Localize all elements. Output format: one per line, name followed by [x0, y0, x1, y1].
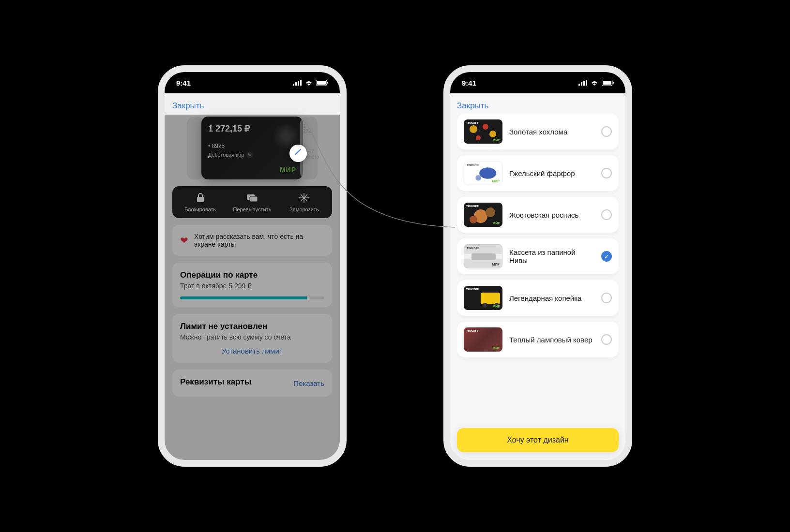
wifi-icon — [590, 79, 599, 87]
wifi-icon — [304, 79, 313, 87]
design-option-cassette[interactable]: TINKOFFМИР Кассета из папиной Нивы ✓ — [457, 238, 619, 274]
freeze-label: Заморозить — [289, 207, 319, 212]
heart-icon: ❤ — [180, 235, 188, 246]
status-icons — [578, 79, 614, 87]
brush-icon — [294, 148, 303, 159]
spend-progress-fill — [180, 296, 307, 299]
operations-section[interactable]: Операции по карте Трат в октябре 5 299 ₽ — [172, 263, 332, 307]
radio-selected-icon[interactable]: ✓ — [601, 251, 612, 262]
card-carousel[interactable]: 1 272,15 ₽ • 8925 Дебетовая кар ✎ МИР 1 … — [172, 117, 332, 179]
svg-rect-16 — [613, 82, 614, 84]
spend-progress — [180, 296, 324, 299]
close-button[interactable]: Закрыть — [172, 98, 204, 114]
status-time: 9:41 — [462, 79, 476, 87]
svg-rect-10 — [578, 84, 580, 86]
radio-unselected-icon[interactable] — [601, 334, 612, 345]
svg-rect-6 — [327, 82, 328, 84]
design-label: Легендарная копейка — [509, 294, 594, 302]
svg-rect-0 — [293, 84, 294, 86]
reissue-button[interactable]: Перевыпустить — [226, 193, 278, 212]
set-limit-button[interactable]: Установить лимит — [180, 347, 324, 355]
operations-title: Операции по карте — [180, 270, 324, 280]
card-type-label: Дебетовая кар — [208, 152, 244, 158]
card-details-row: Реквизиты карты Показать — [172, 369, 332, 397]
limit-title: Лимит не установлен — [180, 322, 324, 331]
svg-rect-1 — [295, 82, 297, 86]
hint-card[interactable]: ❤ Хотим рассказать вам, что есть на экра… — [172, 225, 332, 256]
show-details-button[interactable]: Показать — [293, 379, 324, 387]
card-type: Дебетовая кар ✎ — [208, 151, 296, 158]
radio-unselected-icon[interactable] — [601, 168, 612, 178]
design-option-kopeyka[interactable]: TINKOFFМИР Легендарная копейка — [457, 280, 619, 316]
design-thumb-icon: TINKOFFМИР — [464, 327, 502, 352]
design-label: Гжельский фарфор — [509, 169, 594, 177]
design-thumb-icon: TINKOFFМИР — [464, 119, 502, 144]
freeze-button[interactable]: Заморозить — [278, 193, 330, 212]
phone-right: 9:41 Закрыть TINKOFFМИР Золотая хохлома — [443, 65, 632, 467]
design-label: Жостовская роспись — [509, 211, 594, 219]
close-button[interactable]: Закрыть — [457, 98, 619, 114]
mir-logo-icon: МИР — [280, 166, 296, 174]
phone-left: 9:41 Закрыть 1 272,15 ₽ • 8925 Дебетовая — [158, 65, 347, 467]
svg-rect-5 — [317, 81, 326, 85]
details-title: Реквизиты карты — [180, 377, 251, 387]
design-thumb-icon: TINKOFFМИР — [464, 161, 502, 185]
design-label: Золотая хохлома — [509, 128, 594, 136]
lock-icon — [196, 193, 205, 203]
design-option-zhostovo[interactable]: TINKOFFМИР Жостовская роспись — [457, 197, 619, 233]
design-label: Кассета из папиной Нивы — [509, 248, 594, 265]
change-design-button[interactable] — [289, 145, 307, 162]
bank-card[interactable]: 1 272,15 ₽ • 8925 Дебетовая кар ✎ МИР — [201, 117, 303, 179]
block-label: Блокировать — [184, 207, 216, 212]
design-thumb-icon: TINKOFFМИР — [464, 203, 502, 227]
design-list[interactable]: TINKOFFМИР Золотая хохлома TINKOFFМИР Гж… — [457, 114, 619, 460]
svg-rect-7 — [197, 197, 204, 202]
design-picker-screen: Закрыть TINKOFFМИР Золотая хохлома TINKO… — [450, 93, 625, 460]
status-time: 9:41 — [176, 79, 191, 87]
battery-icon — [602, 79, 614, 87]
design-label: Теплый ламповый ковер — [509, 336, 594, 344]
operations-subtitle: Трат в октябре 5 299 ₽ — [180, 282, 324, 290]
status-icons — [293, 79, 328, 87]
block-button[interactable]: Блокировать — [174, 193, 226, 212]
svg-rect-12 — [583, 81, 585, 86]
card-reissue-icon — [247, 193, 258, 203]
notch — [494, 72, 581, 87]
svg-rect-2 — [298, 81, 299, 86]
battery-icon — [316, 79, 328, 87]
radio-unselected-icon[interactable] — [601, 293, 612, 303]
design-thumb-icon: TINKOFFМИР — [464, 244, 502, 268]
svg-rect-9 — [250, 196, 258, 202]
design-option-carpet[interactable]: TINKOFFМИР Теплый ламповый ковер — [457, 322, 619, 357]
design-option-gzhel[interactable]: TINKOFFМИР Гжельский фарфор — [457, 155, 619, 191]
apply-design-button[interactable]: Хочу этот дизайн — [457, 428, 619, 452]
card-detail-screen: Закрыть 1 272,15 ₽ • 8925 Дебетовая кар … — [165, 93, 340, 460]
card-actions-row: Блокировать Перевыпустить Заморозить — [172, 186, 332, 218]
svg-rect-3 — [300, 80, 302, 86]
card-last4: • 8925 — [208, 143, 296, 149]
notch — [209, 72, 296, 87]
reissue-label: Перевыпустить — [233, 207, 272, 212]
limit-subtitle: Можно тратить всю сумму со счета — [180, 333, 324, 341]
svg-rect-15 — [603, 81, 611, 85]
radio-unselected-icon[interactable] — [601, 126, 612, 137]
design-option-khokhloma[interactable]: TINKOFFМИР Золотая хохлома — [457, 114, 619, 149]
radio-unselected-icon[interactable] — [601, 209, 612, 220]
hint-text: Хотим рассказать вам, что есть на экране… — [194, 233, 324, 248]
svg-rect-11 — [581, 82, 582, 86]
snowflake-icon — [299, 193, 309, 203]
design-thumb-icon: TINKOFFМИР — [464, 286, 502, 310]
svg-rect-13 — [586, 80, 587, 86]
limit-section: Лимит не установлен Можно тратить всю су… — [172, 314, 332, 363]
edit-name-icon[interactable]: ✎ — [246, 151, 253, 158]
